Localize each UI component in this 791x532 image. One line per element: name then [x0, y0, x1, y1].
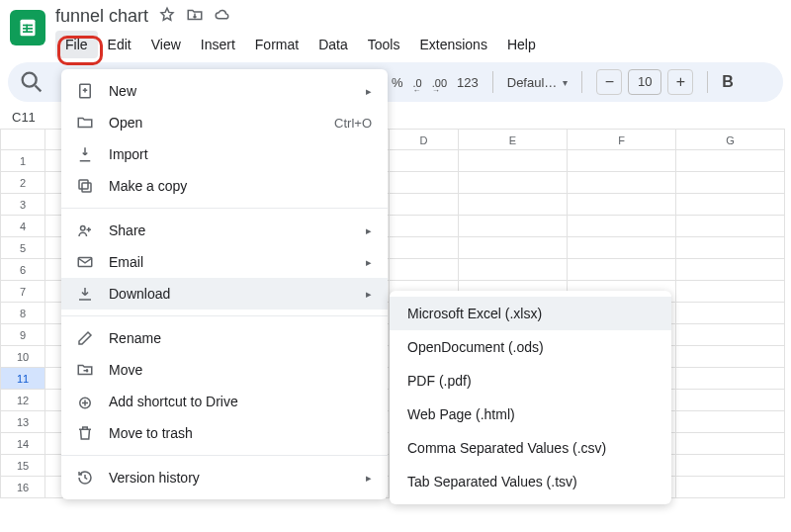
- cell[interactable]: [676, 150, 785, 172]
- download-csv[interactable]: Comma Separated Values (.csv): [390, 431, 671, 465]
- menu-edit[interactable]: Edit: [98, 31, 141, 58]
- move-to-folder-icon[interactable]: [186, 6, 204, 27]
- cell[interactable]: [568, 259, 676, 281]
- cell[interactable]: [676, 216, 785, 237]
- cloud-status-icon[interactable]: [214, 6, 231, 27]
- column-header-g[interactable]: G: [676, 129, 785, 150]
- menu-tools[interactable]: Tools: [358, 31, 410, 58]
- cell[interactable]: [676, 368, 785, 390]
- cell[interactable]: [676, 303, 785, 324]
- menu-data[interactable]: Data: [308, 31, 358, 58]
- bold-button[interactable]: B: [722, 73, 734, 91]
- font-size-value[interactable]: 10: [628, 69, 661, 95]
- download-pdf[interactable]: PDF (.pdf): [390, 364, 671, 398]
- download-tsv[interactable]: Tab Separated Values (.tsv): [390, 465, 671, 498]
- cell[interactable]: [676, 346, 785, 368]
- cell[interactable]: [459, 150, 568, 172]
- row-header[interactable]: 1: [0, 150, 45, 172]
- download-html[interactable]: Web Page (.html): [390, 398, 671, 431]
- menu-insert[interactable]: Insert: [191, 31, 245, 58]
- download-ods[interactable]: OpenDocument (.ods): [390, 330, 671, 364]
- cell[interactable]: [390, 194, 459, 216]
- cell[interactable]: [390, 259, 459, 281]
- menu-file[interactable]: File: [55, 31, 98, 58]
- menu-view[interactable]: View: [141, 31, 191, 58]
- cell[interactable]: [676, 172, 785, 194]
- cell[interactable]: [568, 216, 676, 237]
- number-format-button[interactable]: 123: [457, 75, 479, 90]
- sheets-logo[interactable]: [10, 10, 45, 45]
- row-header[interactable]: 2: [0, 172, 45, 194]
- row-header[interactable]: 9: [0, 324, 45, 346]
- search-icon[interactable]: [18, 68, 45, 96]
- menu-help[interactable]: Help: [497, 31, 546, 58]
- cell[interactable]: [568, 150, 676, 172]
- font-size-increase-button[interactable]: +: [667, 69, 693, 95]
- cell[interactable]: [676, 237, 785, 259]
- file-menu-open[interactable]: Open Ctrl+O: [61, 107, 388, 138]
- cell[interactable]: [676, 281, 785, 303]
- row-header[interactable]: 11: [0, 368, 45, 390]
- star-icon[interactable]: [158, 6, 176, 27]
- cell[interactable]: [459, 172, 568, 194]
- file-menu-import[interactable]: Import: [61, 138, 388, 170]
- cell[interactable]: [676, 259, 785, 281]
- menu-format[interactable]: Format: [245, 31, 308, 58]
- row-header[interactable]: 7: [0, 281, 45, 303]
- column-header-f[interactable]: F: [568, 129, 676, 150]
- cell[interactable]: [676, 411, 785, 433]
- menu-extensions[interactable]: Extensions: [409, 31, 496, 58]
- file-menu-add-shortcut[interactable]: Add shortcut to Drive: [61, 386, 388, 417]
- cell[interactable]: [676, 477, 785, 498]
- row-header[interactable]: 6: [0, 259, 45, 281]
- file-menu-version-history[interactable]: Version history ▸: [61, 462, 388, 493]
- row-header[interactable]: 16: [0, 477, 45, 498]
- row-header[interactable]: 14: [0, 433, 45, 455]
- file-menu-email[interactable]: Email ▸: [61, 246, 388, 278]
- file-menu-share[interactable]: Share ▸: [61, 215, 388, 246]
- cell[interactable]: [568, 194, 676, 216]
- file-menu-trash[interactable]: Move to trash: [61, 417, 388, 449]
- svg-point-9: [81, 226, 86, 231]
- percent-format-button[interactable]: %: [392, 75, 403, 90]
- cell[interactable]: [459, 237, 568, 259]
- file-menu-new[interactable]: New ▸: [61, 75, 388, 107]
- cell[interactable]: [676, 455, 785, 477]
- row-header[interactable]: 3: [0, 194, 45, 216]
- cell[interactable]: [459, 259, 568, 281]
- row-header[interactable]: 5: [0, 237, 45, 259]
- cell[interactable]: [676, 433, 785, 455]
- column-header-d[interactable]: D: [390, 129, 459, 150]
- cell[interactable]: [459, 216, 568, 237]
- cell[interactable]: [568, 237, 676, 259]
- cell[interactable]: [390, 172, 459, 194]
- cell[interactable]: [676, 390, 785, 411]
- cell[interactable]: [390, 216, 459, 237]
- file-menu-move[interactable]: Move: [61, 354, 388, 386]
- row-header[interactable]: 4: [0, 216, 45, 237]
- file-menu-download[interactable]: Download ▸: [61, 278, 388, 310]
- column-header-e[interactable]: E: [459, 129, 568, 150]
- cell[interactable]: [459, 194, 568, 216]
- document-title[interactable]: funnel chart: [55, 6, 148, 27]
- row-header[interactable]: 13: [0, 411, 45, 433]
- cell[interactable]: [390, 237, 459, 259]
- font-size-decrease-button[interactable]: −: [596, 69, 622, 95]
- cell[interactable]: [676, 194, 785, 216]
- download-icon: [75, 284, 95, 304]
- cell[interactable]: [568, 172, 676, 194]
- cell[interactable]: [676, 324, 785, 346]
- cell[interactable]: [390, 150, 459, 172]
- download-xlsx[interactable]: Microsoft Excel (.xlsx): [390, 297, 671, 330]
- select-all-corner[interactable]: [0, 129, 45, 150]
- font-selector[interactable]: Defaul…▾: [507, 75, 569, 90]
- file-menu-rename[interactable]: Rename: [61, 322, 388, 354]
- row-header[interactable]: 12: [0, 390, 45, 411]
- row-header[interactable]: 8: [0, 303, 45, 324]
- file-menu-make-copy[interactable]: Make a copy: [61, 170, 388, 202]
- name-box[interactable]: C11: [12, 110, 59, 125]
- row-header[interactable]: 10: [0, 346, 45, 368]
- increase-decimal-button[interactable]: .00→: [432, 75, 447, 90]
- decrease-decimal-button[interactable]: .0←: [413, 75, 422, 90]
- row-header[interactable]: 15: [0, 455, 45, 477]
